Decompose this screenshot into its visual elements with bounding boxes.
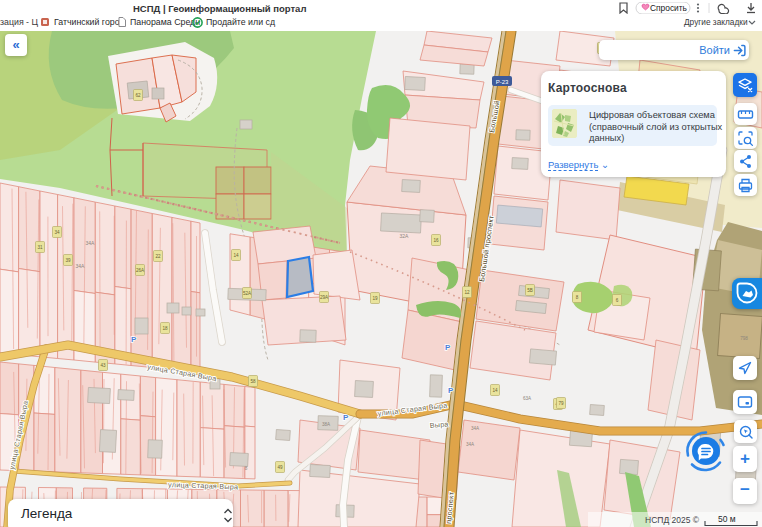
svg-text:798: 798 bbox=[740, 336, 748, 341]
svg-text:29А: 29А bbox=[320, 295, 329, 300]
svg-text:6: 6 bbox=[616, 298, 619, 303]
svg-text:34А: 34А bbox=[466, 442, 475, 447]
svg-text:63А: 63А bbox=[523, 396, 532, 401]
svg-text:34А: 34А bbox=[76, 263, 86, 269]
svg-text:12: 12 bbox=[464, 290, 470, 295]
svg-text:14: 14 bbox=[233, 253, 239, 258]
svg-text:19: 19 bbox=[372, 296, 378, 301]
svg-text:Р: Р bbox=[445, 343, 451, 352]
svg-text:43: 43 bbox=[100, 363, 106, 368]
svg-text:18: 18 bbox=[162, 326, 168, 331]
svg-text:16: 16 bbox=[433, 238, 439, 243]
svg-text:8: 8 bbox=[245, 466, 248, 471]
svg-text:Р: Р bbox=[343, 413, 349, 422]
svg-text:52А: 52А bbox=[243, 291, 252, 296]
svg-text:79: 79 bbox=[558, 401, 564, 406]
svg-text:39: 39 bbox=[65, 258, 71, 263]
svg-text:62: 62 bbox=[135, 93, 141, 98]
svg-text:8: 8 bbox=[576, 295, 579, 300]
svg-text:Выра: Выра bbox=[429, 420, 449, 430]
svg-text:34: 34 bbox=[54, 230, 60, 235]
svg-text:Р: Р bbox=[131, 335, 137, 344]
svg-text:5В: 5В bbox=[527, 288, 533, 293]
svg-text:34А: 34А bbox=[471, 426, 480, 431]
svg-text:22: 22 bbox=[155, 254, 161, 259]
svg-text:32А: 32А bbox=[400, 233, 410, 239]
svg-text:Р-23: Р-23 bbox=[496, 79, 509, 85]
svg-text:58: 58 bbox=[250, 379, 256, 384]
svg-text:26А: 26А bbox=[136, 268, 145, 273]
svg-text:Спросить: Спросить bbox=[650, 3, 688, 13]
svg-text:31: 31 bbox=[37, 245, 43, 250]
svg-text:38А: 38А bbox=[322, 422, 331, 427]
svg-text:14: 14 bbox=[492, 388, 498, 393]
svg-text:49: 49 bbox=[277, 465, 283, 470]
svg-text:Р: Р bbox=[448, 386, 454, 395]
svg-text:34А: 34А bbox=[86, 240, 96, 246]
